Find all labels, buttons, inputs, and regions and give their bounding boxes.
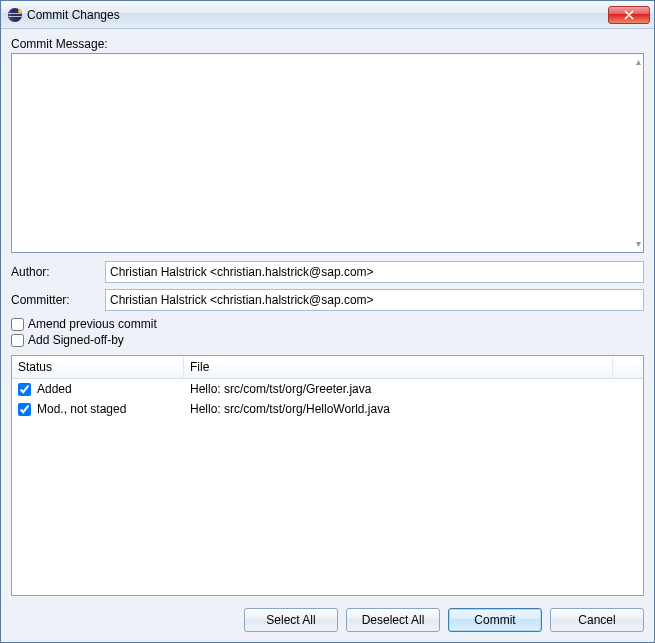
table-body: AddedHello: src/com/tst/org/Greeter.java…	[12, 379, 643, 595]
committer-input[interactable]	[105, 289, 644, 311]
signoff-label[interactable]: Add Signed-off-by	[28, 333, 124, 347]
amend-label[interactable]: Amend previous commit	[28, 317, 157, 331]
amend-row: Amend previous commit	[11, 317, 644, 331]
eclipse-icon	[7, 7, 23, 23]
svg-point-3	[18, 9, 22, 13]
svg-rect-2	[9, 16, 22, 17]
row-checkbox[interactable]	[18, 403, 31, 416]
signoff-checkbox[interactable]	[11, 334, 24, 347]
table-row[interactable]: Mod., not stagedHello: src/com/tst/org/H…	[12, 399, 643, 419]
commit-button[interactable]: Commit	[448, 608, 542, 632]
col-file[interactable]: File	[184, 356, 613, 378]
committer-label: Committer:	[11, 293, 105, 307]
author-input[interactable]	[105, 261, 644, 283]
table-row[interactable]: AddedHello: src/com/tst/org/Greeter.java	[12, 379, 643, 399]
col-tail	[613, 356, 643, 378]
cell-file: Hello: src/com/tst/org/HelloWorld.java	[184, 402, 643, 416]
titlebar[interactable]: Commit Changes	[1, 1, 654, 29]
row-status-text: Mod., not staged	[37, 402, 126, 416]
button-bar: Select All Deselect All Commit Cancel	[11, 608, 644, 632]
author-row: Author:	[11, 261, 644, 283]
col-status[interactable]: Status	[12, 356, 184, 378]
signoff-row: Add Signed-off-by	[11, 333, 644, 347]
client-area: Commit Message: ▴ ▾ Author: Committer: A…	[1, 29, 654, 642]
row-status-text: Added	[37, 382, 72, 396]
dialog-window: Commit Changes Commit Message: ▴ ▾ Autho…	[0, 0, 655, 643]
table-header: Status File	[12, 356, 643, 379]
author-label: Author:	[11, 265, 105, 279]
files-table: Status File AddedHello: src/com/tst/org/…	[11, 355, 644, 596]
deselect-all-button[interactable]: Deselect All	[346, 608, 440, 632]
close-button[interactable]	[608, 6, 650, 24]
scroll-down-icon: ▾	[636, 239, 641, 249]
row-checkbox[interactable]	[18, 383, 31, 396]
cell-status: Added	[12, 382, 184, 396]
commit-message-wrap: ▴ ▾	[11, 53, 644, 253]
svg-rect-1	[9, 13, 22, 14]
select-all-button[interactable]: Select All	[244, 608, 338, 632]
commit-message-label: Commit Message:	[11, 37, 644, 51]
scroll-up-icon: ▴	[636, 57, 641, 67]
cell-status: Mod., not staged	[12, 402, 184, 416]
amend-checkbox[interactable]	[11, 318, 24, 331]
cell-file: Hello: src/com/tst/org/Greeter.java	[184, 382, 643, 396]
close-icon	[624, 10, 634, 20]
committer-row: Committer:	[11, 289, 644, 311]
cancel-button[interactable]: Cancel	[550, 608, 644, 632]
commit-message-input[interactable]	[12, 54, 643, 252]
window-title: Commit Changes	[27, 8, 608, 22]
